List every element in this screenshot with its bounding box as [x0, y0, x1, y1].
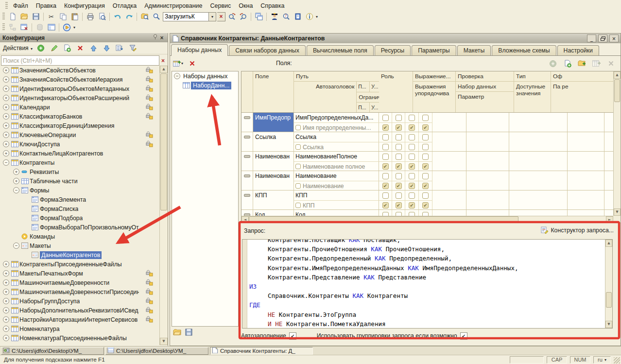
global-search-combo[interactable]: ▼ — [163, 12, 216, 21]
language-indicator[interactable]: ru▾ — [593, 356, 611, 364]
attribute-restriction-checkbox[interactable] — [422, 144, 429, 150]
restriction-checkbox[interactable] — [409, 154, 415, 160]
copy-window-icon[interactable] — [253, 12, 264, 22]
delete-dataset-icon[interactable] — [187, 58, 198, 69]
fields-horizontal-scrollbar[interactable]: ◄ ► — [242, 216, 613, 223]
tree-item[interactable]: +НоменклатураПрисоединенныеФайлы — [0, 333, 160, 343]
query-scrollbar[interactable]: ▲ ▼ — [605, 240, 612, 328]
print-preview-icon[interactable] — [96, 12, 107, 22]
menu-item[interactable]: Справка — [257, 1, 288, 11]
copy-add-icon[interactable] — [62, 43, 73, 53]
cut-icon[interactable]: ✂ — [46, 12, 57, 22]
attribute-restriction-checkbox[interactable]: ✔ — [422, 163, 429, 170]
restriction-checkbox[interactable] — [422, 154, 429, 160]
restriction-checkbox[interactable] — [422, 134, 429, 140]
attribute-restriction-checkbox[interactable]: ✔ — [409, 183, 415, 189]
resize-grip[interactable] — [614, 357, 620, 364]
new-document-icon[interactable] — [7, 12, 18, 22]
field-row[interactable]: НаименованНаименованиеНаименование✔✔✔✔ — [242, 171, 614, 191]
tree-item[interactable]: ФормаПодбора — [0, 213, 160, 223]
expand-icon[interactable]: + — [3, 122, 9, 129]
move-up-icon[interactable] — [88, 43, 99, 53]
attribute-restriction-checkbox[interactable]: ✔ — [382, 163, 389, 170]
taskbar-button[interactable]: Справочник Контрагенты: Д_ — [210, 347, 313, 355]
attribute-restriction-checkbox[interactable]: ✔ — [422, 202, 429, 208]
sort-list-icon[interactable] — [114, 43, 125, 53]
attribute-restriction-checkbox[interactable]: ✔ — [396, 124, 402, 131]
restriction-checkbox[interactable] — [422, 115, 429, 121]
tree-item[interactable]: −Макеты — [0, 241, 160, 250]
attribute-restriction-checkbox[interactable]: ✔ — [396, 183, 402, 189]
field-name-cell[interactable]: ИмяПредопр — [253, 113, 294, 132]
find-in-tree-icon[interactable] — [139, 12, 150, 22]
info-icon[interactable] — [304, 12, 315, 22]
add-dataset-icon[interactable]: ▾ — [172, 58, 184, 69]
paste-icon[interactable] — [69, 12, 80, 22]
expand-icon[interactable]: + — [3, 67, 9, 73]
restriction-checkbox[interactable] — [382, 115, 389, 121]
tab[interactable]: Наборы данных — [171, 44, 228, 56]
title-checkbox[interactable] — [295, 125, 301, 130]
toolbar-grip[interactable] — [2, 23, 5, 31]
field-row[interactable]: ИмяПредопрИмяПредопределенныхДа...Имя пр… — [242, 113, 614, 132]
attribute-restriction-checkbox[interactable] — [409, 144, 415, 150]
field-path-cell[interactable]: Ссылка — [294, 132, 379, 142]
collapse-icon[interactable]: − — [3, 159, 9, 166]
move-down-icon[interactable] — [101, 43, 112, 53]
restriction-checkbox[interactable] — [409, 134, 415, 140]
expand-icon[interactable]: + — [3, 270, 9, 277]
expand-icon[interactable]: + — [3, 86, 9, 92]
expand-icon[interactable]: + — [13, 169, 19, 175]
menu-item[interactable]: Файл — [9, 1, 32, 11]
tree-item[interactable]: +КлючиДоступа — [0, 139, 160, 149]
scroll-up-icon[interactable]: ▲ — [605, 240, 612, 247]
start-debugging-icon[interactable] — [61, 22, 72, 33]
actions-menu-button[interactable]: Действия ▾ — [2, 44, 34, 52]
tree-item[interactable]: +МашиночитаемыеДоверенности — [0, 278, 160, 287]
delete-icon[interactable] — [75, 43, 86, 53]
menu-item[interactable]: Окна — [235, 1, 257, 11]
scrollbar-thumb[interactable] — [249, 216, 518, 223]
expand-icon[interactable]: + — [3, 261, 9, 267]
dataset-item[interactable]: НаборДанн... — [172, 81, 238, 90]
attribute-restriction-checkbox[interactable] — [396, 144, 402, 150]
attribute-restriction-checkbox[interactable] — [382, 144, 389, 150]
query-text-editor[interactable]: Контрагенты.Поставщик КАК Поставщик,Конт… — [242, 239, 613, 329]
tree-item[interactable]: ФормаЭлемента — [0, 195, 160, 204]
restriction-checkbox[interactable] — [382, 134, 389, 140]
print-icon[interactable] — [85, 12, 96, 22]
attribute-restriction-checkbox[interactable]: ✔ — [422, 124, 429, 131]
scroll-right-icon[interactable]: ► — [606, 216, 613, 223]
scroll-down-icon[interactable]: ▼ — [160, 338, 168, 345]
calendar-book-icon[interactable] — [292, 12, 303, 22]
tree-item[interactable]: +МашиночитаемыеДоверенностиПрисоедин... — [0, 287, 160, 296]
attribute-restriction-checkbox[interactable]: ✔ — [382, 183, 389, 189]
menu-item[interactable]: Отладка — [109, 1, 140, 11]
syntax-assistant-icon[interactable] — [269, 12, 280, 22]
expand-icon[interactable]: + — [3, 113, 9, 120]
restriction-checkbox[interactable] — [382, 173, 389, 179]
scrollbar-thumb[interactable] — [606, 292, 612, 308]
query-builder-link[interactable]: Конструктор запроса... — [541, 226, 614, 234]
add-field-icon[interactable] — [547, 58, 558, 69]
menu-item[interactable]: Сервис — [206, 1, 235, 11]
scrollbar-thumb[interactable] — [160, 73, 167, 210]
field-path-cell[interactable]: КПП — [294, 191, 379, 200]
toolbar-grip[interactable] — [2, 13, 5, 20]
collapse-icon[interactable]: − — [174, 73, 180, 79]
tree-item[interactable]: +НастройкиАвторизацииИнтернетСервисов — [0, 315, 160, 324]
field-name-cell[interactable]: Ссылка — [253, 132, 294, 151]
restriction-checkbox[interactable] — [396, 173, 402, 179]
close-icon[interactable]: × — [609, 35, 619, 42]
menu-item[interactable]: Администрирование — [140, 1, 206, 11]
field-path-cell[interactable]: ИмяПредопределенныхДа... — [294, 113, 379, 122]
tree-item[interactable]: +КонтрагентыПрисоединенныеФайлы — [0, 260, 160, 269]
open-icon[interactable] — [18, 12, 30, 22]
restriction-checkbox[interactable] — [409, 192, 415, 199]
find-next-icon[interactable] — [226, 12, 237, 22]
expand-icon[interactable]: + — [13, 178, 19, 184]
title-checkbox[interactable] — [295, 203, 301, 208]
copy-field-icon[interactable] — [562, 58, 573, 69]
attribute-restriction-checkbox[interactable]: ✔ — [396, 202, 402, 208]
field-row[interactable]: НаименованНаименованиеПолноеНаименование… — [242, 152, 614, 171]
